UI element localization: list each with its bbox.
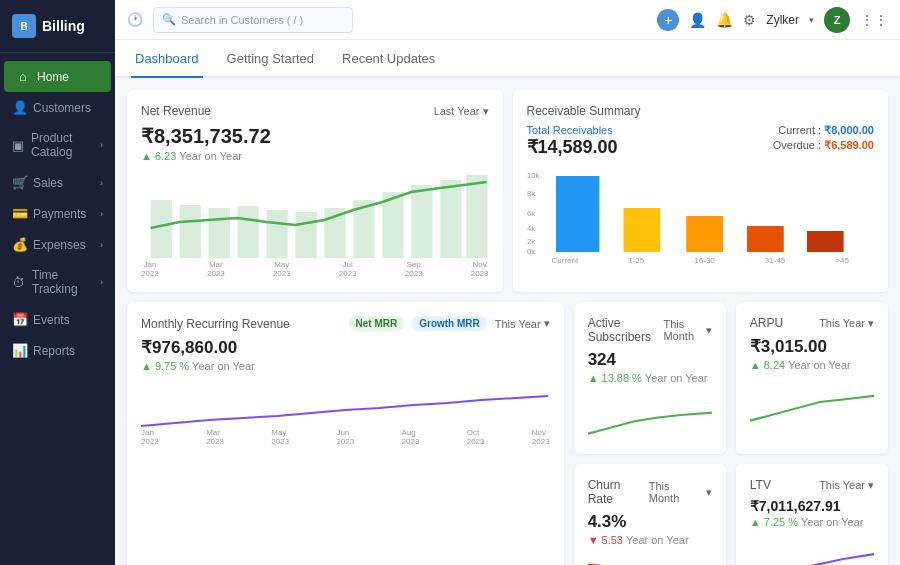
arrow-up-icon: ▲ xyxy=(588,372,599,384)
arpu-card: ARPU This Year ▾ ₹3,015.00 ▲ 8.24 Year o… xyxy=(736,302,888,454)
dashboard-content: Net Revenue Last Year ▾ ₹8,351,735.72 ▲ … xyxy=(115,78,900,565)
overdue-label: Overdue xyxy=(773,139,815,151)
mrr-x-labels: Jan2023 Mar2023 May2023 Jun2023 Aug2023 … xyxy=(141,428,550,446)
as-change: ▲ 13.88% Year on Year xyxy=(588,372,712,384)
arrow-up-icon: ▲ xyxy=(750,359,761,371)
row-2: Monthly Recurring Revenue Net MRR Growth… xyxy=(127,302,888,565)
total-receivables-value: ₹14,589.00 xyxy=(527,136,618,158)
sidebar-item-events[interactable]: 📅 Events xyxy=(0,304,115,335)
search-placeholder: Search in Customers ( / ) xyxy=(181,14,303,26)
ltv-card: LTV This Year ▾ ₹7,011,627.91 ▲ 7.25% Ye… xyxy=(736,464,888,565)
time-tracking-icon: ⏱ xyxy=(12,275,25,290)
product-catalog-icon: ▣ xyxy=(12,138,24,153)
payments-icon: 💳 xyxy=(12,206,26,221)
tab-dashboard[interactable]: Dashboard xyxy=(131,51,203,78)
svg-text:10k: 10k xyxy=(527,171,540,180)
chevron-down-icon: ▾ xyxy=(706,324,712,337)
churn-change: ▼ 5.53 Year on Year xyxy=(588,534,712,546)
mrr-chart xyxy=(141,378,550,428)
arpu-change: ▲ 8.24 Year on Year xyxy=(750,359,874,371)
total-receivables-label: Total Receivables xyxy=(527,124,618,136)
row-1: Net Revenue Last Year ▾ ₹8,351,735.72 ▲ … xyxy=(127,90,888,292)
settings-icon[interactable]: ⚙ xyxy=(743,12,756,28)
receivable-bar-chart: 10k 8k 6k 4k 2k 0k xyxy=(527,166,875,256)
sidebar-label-payments: Payments xyxy=(33,207,86,221)
arrow-up-icon: ▲ xyxy=(141,360,152,372)
svg-rect-5 xyxy=(295,212,316,258)
arpu-header: ARPU This Year ▾ xyxy=(750,316,874,330)
bell-icon[interactable]: 🔔 xyxy=(716,12,733,28)
row-2-right-bottom: Churn Rate This Month ▾ 4.3% ▼ 5.53 Year… xyxy=(574,464,888,565)
ltv-change: ▲ 7.25% Year on Year xyxy=(750,516,874,528)
sidebar-item-customers[interactable]: 👤 Customers xyxy=(0,92,115,123)
svg-text:2k: 2k xyxy=(527,237,535,246)
sidebar-item-home[interactable]: ⌂ Home xyxy=(4,61,111,92)
svg-rect-10 xyxy=(440,180,461,258)
topbar-right: + 👤 🔔 ⚙ Zylker ▾ Z ⋮⋮ xyxy=(657,7,888,33)
svg-text:4k: 4k xyxy=(527,224,535,233)
sidebar-item-expenses[interactable]: 💰 Expenses › xyxy=(0,229,115,260)
mrr-card: Monthly Recurring Revenue Net MRR Growth… xyxy=(127,302,564,565)
net-mrr-badge[interactable]: Net MRR xyxy=(349,316,405,331)
sidebar-label-customers: Customers xyxy=(33,101,91,115)
add-button[interactable]: + xyxy=(657,9,679,31)
arrow-up-icon: ▲ xyxy=(141,150,152,162)
arrow-up-icon: ▲ xyxy=(750,516,761,528)
sidebar-item-product-catalog[interactable]: ▣ Product Catalog › xyxy=(0,123,115,167)
logo-icon: B xyxy=(12,14,36,38)
sales-icon: 🛒 xyxy=(12,175,26,190)
active-subscribers-card: Active Subscribers This Month ▾ 324 ▲ 13… xyxy=(574,302,726,454)
svg-rect-21 xyxy=(747,226,784,252)
svg-rect-0 xyxy=(151,200,172,258)
as-period[interactable]: This Month ▾ xyxy=(663,318,711,342)
sidebar-label-sales: Sales xyxy=(33,176,63,190)
svg-rect-11 xyxy=(466,175,487,258)
arpu-title: ARPU xyxy=(750,316,783,330)
search-icon: 🔍 xyxy=(162,13,176,26)
grid-icon[interactable]: ⋮⋮ xyxy=(860,12,888,28)
tab-recent-updates[interactable]: Recent Updates xyxy=(338,51,439,78)
chevron-right-icon: › xyxy=(100,178,103,188)
svg-text:8k: 8k xyxy=(527,189,535,198)
arpu-period[interactable]: This Year ▾ xyxy=(819,317,874,330)
mrr-period[interactable]: This Year ▾ xyxy=(495,317,550,330)
avatar: Z xyxy=(824,7,850,33)
current-label: Current xyxy=(778,124,815,136)
search-box[interactable]: 🔍 Search in Customers ( / ) xyxy=(153,7,353,33)
net-revenue-card: Net Revenue Last Year ▾ ₹8,351,735.72 ▲ … xyxy=(127,90,503,292)
year-label: Year on Year xyxy=(179,150,242,162)
mrr-title: Monthly Recurring Revenue xyxy=(141,317,290,331)
growth-mrr-badge[interactable]: Growth MRR xyxy=(412,316,487,331)
svg-rect-1 xyxy=(180,205,201,258)
receivable-left: Total Receivables ₹14,589.00 xyxy=(527,124,618,158)
home-icon: ⌂ xyxy=(16,69,30,84)
receivable-summary-card: Receivable Summary Total Receivables ₹14… xyxy=(513,90,889,292)
topbar: 🕐 🔍 Search in Customers ( / ) + 👤 🔔 ⚙ Zy… xyxy=(115,0,900,40)
ltv-period[interactable]: This Year ▾ xyxy=(819,479,874,492)
svg-rect-3 xyxy=(238,206,259,258)
sidebar-item-reports[interactable]: 📊 Reports xyxy=(0,335,115,366)
sidebar-label-events: Events xyxy=(33,313,70,327)
sidebar-item-payments[interactable]: 💳 Payments › xyxy=(0,198,115,229)
churn-period[interactable]: This Month ▾ xyxy=(649,480,712,504)
chevron-right-icon: › xyxy=(100,240,103,250)
tab-getting-started[interactable]: Getting Started xyxy=(223,51,318,78)
expenses-icon: 💰 xyxy=(12,237,26,252)
svg-rect-22 xyxy=(806,231,843,252)
as-header: Active Subscribers This Month ▾ xyxy=(588,316,712,344)
svg-rect-19 xyxy=(623,208,660,252)
chevron-down-icon: ▾ xyxy=(544,317,550,330)
sidebar-label-reports: Reports xyxy=(33,344,75,358)
dropdown-icon[interactable]: ▾ xyxy=(809,15,814,25)
net-revenue-chart xyxy=(141,170,489,260)
sidebar-label-home: Home xyxy=(37,70,69,84)
arrow-down-icon: ▼ xyxy=(588,534,599,546)
contacts-icon[interactable]: 👤 xyxy=(689,12,706,28)
receivable-amounts: Current : ₹8,000.00 Overdue : ₹6,589.00 xyxy=(773,124,874,154)
as-value: 324 xyxy=(588,350,712,370)
sidebar-item-sales[interactable]: 🛒 Sales › xyxy=(0,167,115,198)
churn-chart xyxy=(588,552,712,565)
net-revenue-period[interactable]: Last Year ▾ xyxy=(434,105,489,118)
ltv-title: LTV xyxy=(750,478,771,492)
sidebar-item-time-tracking[interactable]: ⏱ Time Tracking › xyxy=(0,260,115,304)
